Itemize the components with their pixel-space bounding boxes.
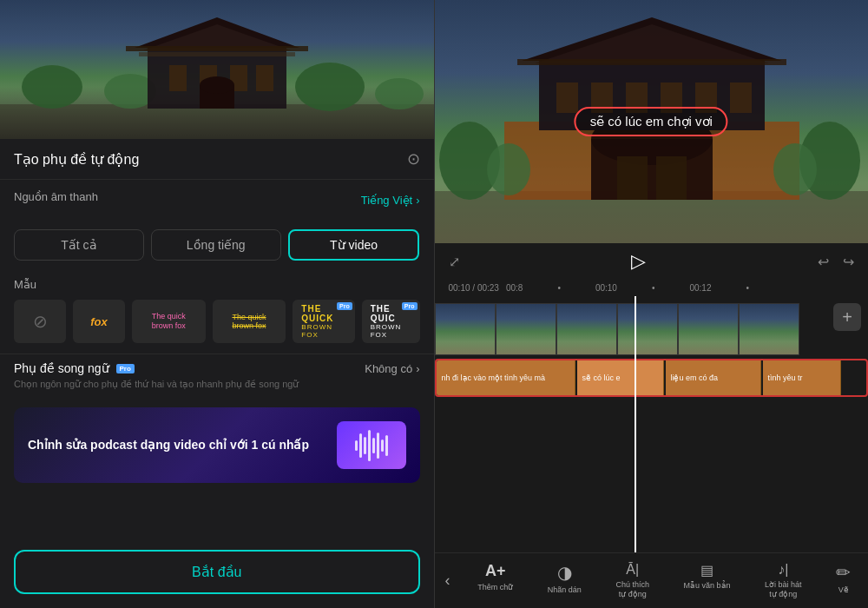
podcast-banner[interactable]: Chỉnh sửa podcast dạng video chỉ với 1 c… — [14, 407, 420, 483]
subtitle-clip-1[interactable]: nh đi lạc vào một tình yêu mà — [437, 360, 575, 395]
subtitle-overlay: sẽ có lúc em chợi vơi — [575, 107, 728, 136]
bottom-toolbar: ‹ A+ Thêm chữ ◑ Nhãn dán Ā| Chú thíchtự … — [435, 552, 869, 608]
ruler-mark-1: 00:8 — [506, 283, 523, 293]
playback-controls: ⤢ ▷ ↩ ↪ — [435, 243, 869, 280]
timeline-ruler: 00:10 / 00:23 00:8 • 00:10 • 00:12 • — [435, 280, 869, 296]
svg-rect-0 — [0, 104, 434, 139]
template-fox[interactable]: fox — [73, 300, 125, 343]
play-button[interactable]: ▷ — [631, 250, 646, 273]
svg-rect-32 — [730, 83, 752, 113]
mau-van-ban-label: Mẫu văn bản — [684, 581, 731, 591]
pro-badge-2: Pro — [402, 302, 418, 310]
svg-rect-22 — [656, 156, 687, 200]
expand-icon[interactable]: ⤢ — [449, 254, 460, 270]
subtitle-clip-3[interactable]: liệu em có đa — [666, 360, 761, 395]
playhead — [635, 296, 636, 552]
bat-dau-button[interactable]: Bắt đầu — [14, 550, 420, 594]
video-strip — [435, 303, 869, 355]
tool-loi-bai-hat[interactable]: ♪| Lời bài háttự động — [760, 558, 807, 603]
song-ngu-desc: Chọn ngôn ngữ cho phụ đề thứ hai và tạo … — [14, 379, 420, 390]
template-big-white[interactable]: Pro THE QUIC BROWN FOX — [362, 300, 420, 343]
tool-them-chu[interactable]: A+ Thêm chữ — [472, 558, 518, 603]
back-button[interactable]: ‹ — [435, 565, 461, 597]
svg-point-36 — [773, 143, 817, 195]
source-label: Nguồn âm thanh — [14, 190, 98, 203]
ruler-mark-2: • — [557, 283, 561, 293]
wave-bar-8 — [385, 435, 388, 456]
song-ngu-section: Phụ đề song ngữ Pro Không có › Chọn ngôn… — [0, 354, 434, 400]
template-row: ⊘ fox The quick brown fox The quick brow… — [14, 300, 420, 343]
svg-rect-9 — [139, 52, 295, 56]
them-chu-label: Thêm chữ — [477, 583, 513, 592]
video-frame-3 — [556, 303, 617, 355]
subtitle-clip-4[interactable]: tình yêu tr — [763, 360, 841, 395]
svg-point-4 — [375, 78, 424, 109]
source-section: Nguồn âm thanh Tiếng Việt › — [0, 180, 434, 229]
video-frame-1 — [435, 303, 496, 355]
video-frame-2 — [496, 303, 556, 355]
wave-bar-7 — [381, 439, 384, 452]
timeline-track-area[interactable]: + nh đi lạc vào một tình yêu mà sẽ có lú… — [435, 296, 869, 552]
svg-rect-27 — [556, 83, 578, 113]
svg-rect-13 — [256, 65, 273, 91]
template-none[interactable]: ⊘ — [14, 300, 66, 343]
video-thumbnail-left — [0, 0, 434, 139]
bat-dau-container: Bắt đầu — [0, 536, 434, 608]
add-track-button[interactable]: + — [833, 303, 861, 331]
wave-bar-5 — [372, 438, 375, 453]
pro-inline-badge: Pro — [116, 364, 135, 373]
current-time: 00:10 / 00:23 — [449, 283, 499, 293]
wave-bar-3 — [364, 437, 366, 454]
tool-ve[interactable]: ✏ Vẽ — [831, 558, 856, 603]
loi-bai-hat-label: Lời bài háttự động — [765, 580, 802, 599]
mau-label: Mẫu — [14, 278, 420, 291]
video-frame-5 — [678, 303, 739, 355]
svg-rect-8 — [126, 46, 308, 51]
chu-thich-icon: Ā| — [626, 562, 639, 578]
ruler-mark-4: • — [652, 283, 655, 293]
svg-point-15 — [200, 76, 234, 94]
video-frame-4 — [617, 303, 678, 355]
podcast-text: Chỉnh sửa podcast dạng video chỉ với 1 c… — [28, 437, 326, 453]
svg-point-1 — [22, 65, 82, 109]
source-lang-value[interactable]: Tiếng Việt › — [361, 194, 420, 207]
left-panel: Tạo phụ đề tự động ⊙ Nguồn âm thanh Tiến… — [0, 0, 434, 608]
tool-chu-thich[interactable]: Ā| Chú thíchtự động — [610, 558, 654, 603]
svg-rect-10 — [169, 65, 187, 91]
svg-point-35 — [487, 143, 530, 195]
audio-source-buttons: Tất cả Lồng tiếng Từ video — [0, 229, 434, 261]
panel-title: Tạo phụ đề tự động — [14, 151, 139, 168]
btn-from-video[interactable]: Từ video — [288, 229, 420, 261]
subtitle-track[interactable]: nh đi lạc vào một tình yêu mà sẽ có lúc … — [435, 359, 869, 397]
song-ngu-value[interactable]: Không có › — [365, 362, 419, 375]
pro-badge-1: Pro — [337, 302, 352, 310]
video-preview: sẽ có lúc em chợi vơi — [435, 0, 869, 243]
nhan-dan-icon: ◑ — [557, 562, 572, 583]
tool-mau-van-ban[interactable]: ▤ Mẫu văn bản — [679, 558, 736, 603]
mau-van-ban-icon: ▤ — [700, 562, 713, 578]
ruler-mark-3: 00:10 — [595, 283, 617, 293]
chevron-down-icon[interactable]: ⊙ — [407, 149, 420, 169]
podcast-visual — [337, 421, 406, 469]
template-big-yellow[interactable]: Pro THE QUICK BROWN FOX — [293, 300, 354, 343]
template-yellow[interactable]: The quick brown fox — [213, 300, 286, 343]
ve-icon: ✏ — [836, 562, 851, 583]
subtitle-clip-2[interactable]: sẽ có lúc e — [577, 360, 664, 395]
wave-bar-6 — [377, 433, 379, 459]
song-ngu-title: Phụ đề song ngữ Pro — [14, 361, 135, 375]
btn-lonteng[interactable]: Lồng tiếng — [151, 229, 281, 261]
mau-section: Mẫu ⊘ fox The quick brown fox The quick … — [0, 271, 434, 354]
wave-bar-1 — [355, 440, 358, 451]
undo-button[interactable]: ↩ — [818, 254, 829, 270]
wave-bar-4 — [368, 430, 371, 461]
ruler-mark-6: • — [746, 283, 749, 293]
template-pink[interactable]: The quick brown fox — [132, 300, 206, 343]
tool-nhan-dan[interactable]: ◑ Nhãn dán — [542, 558, 587, 603]
svg-rect-26 — [517, 59, 786, 65]
svg-rect-21 — [617, 156, 648, 200]
ruler-marks: 00:8 • 00:10 • 00:12 • — [506, 283, 854, 293]
panel-title-row: Tạo phụ đề tự động ⊙ — [0, 139, 434, 180]
btn-all[interactable]: Tất cả — [14, 229, 144, 261]
redo-button[interactable]: ↪ — [843, 254, 854, 270]
loi-bai-hat-icon: ♪| — [778, 562, 788, 578]
